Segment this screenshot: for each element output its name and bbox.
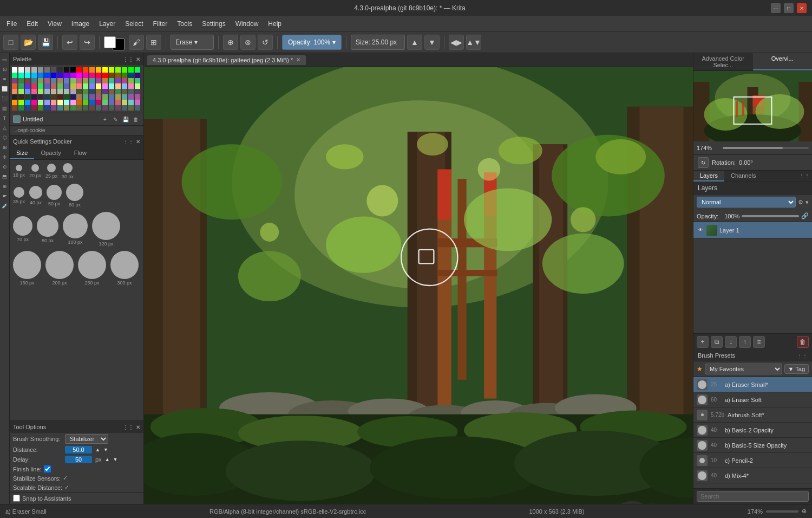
- palette-color-89[interactable]: [70, 89, 76, 94]
- palette-color-96[interactable]: [115, 89, 121, 94]
- palette-color-83[interactable]: [31, 89, 37, 94]
- qs-menu-icon[interactable]: ⋮⋮: [123, 139, 134, 145]
- palette-color-30[interactable]: [76, 73, 82, 78]
- menu-filter[interactable]: Filter: [149, 18, 172, 29]
- palette-color-43[interactable]: [31, 78, 37, 83]
- tab-opacity[interactable]: Opacity: [34, 147, 67, 159]
- palette-color-15[interactable]: [109, 67, 114, 73]
- blend-mode-select[interactable]: Normal Multiply Screen Overlay: [697, 197, 796, 208]
- layers-opacity-slider[interactable]: [742, 215, 799, 217]
- palette-color-24[interactable]: [38, 73, 43, 78]
- favorites-select[interactable]: My Favorites: [705, 364, 782, 374]
- status-zoom-icon[interactable]: ⊕: [802, 508, 807, 515]
- menu-help[interactable]: Help: [264, 18, 286, 29]
- palette-color-78[interactable]: [128, 83, 134, 89]
- palette-color-156[interactable]: [115, 105, 121, 111]
- erase-mode-button[interactable]: ↺: [258, 35, 273, 50]
- palette-color-84[interactable]: [38, 89, 43, 94]
- palette-color-86[interactable]: [51, 89, 56, 94]
- eraser-tool[interactable]: ⬜: [1, 85, 9, 93]
- palette-color-13[interactable]: [96, 67, 101, 73]
- layers-options-icon[interactable]: ⋮⋮: [797, 171, 812, 182]
- rectangle-select-tool[interactable]: ▭: [1, 55, 9, 64]
- palette-color-136[interactable]: [115, 100, 121, 105]
- distance-spinner-down[interactable]: ▼: [103, 447, 108, 452]
- palette-color-128[interactable]: [64, 100, 69, 105]
- menu-window[interactable]: Window: [231, 18, 263, 29]
- brush-size-25[interactable]: 25 px: [45, 164, 57, 179]
- layer-item-0[interactable]: 👁Layer 1: [693, 222, 812, 238]
- palette-color-70[interactable]: [76, 83, 82, 89]
- palette-color-53[interactable]: [96, 78, 101, 83]
- palette-color-140[interactable]: [12, 105, 17, 111]
- palette-color-40[interactable]: [12, 78, 17, 83]
- crop-tool[interactable]: ⊞: [1, 143, 9, 152]
- palette-color-149[interactable]: [70, 105, 76, 111]
- palette-color-76[interactable]: [115, 83, 121, 89]
- palette-color-125[interactable]: [44, 100, 50, 105]
- palette-color-60[interactable]: [12, 83, 17, 89]
- vector-tool[interactable]: ⬡: [1, 133, 9, 142]
- palette-color-45[interactable]: [44, 78, 50, 83]
- delay-spinner-down[interactable]: ▼: [113, 457, 118, 462]
- palette-color-81[interactable]: [18, 89, 24, 94]
- freehand-brush-tool[interactable]: ✒: [1, 75, 9, 83]
- palette-color-111[interactable]: [83, 94, 88, 100]
- brush-size-50[interactable]: 50 px: [47, 185, 62, 206]
- palette-color-50[interactable]: [76, 78, 82, 83]
- palette-color-119[interactable]: [135, 94, 140, 100]
- snap-assistants-checkbox[interactable]: [13, 495, 20, 502]
- palette-color-56[interactable]: [115, 78, 121, 83]
- menu-edit[interactable]: Edit: [22, 18, 42, 29]
- palette-color-18[interactable]: [128, 67, 134, 73]
- brush-mode-button[interactable]: ⊞: [146, 35, 161, 50]
- palette-color-2[interactable]: [25, 67, 30, 73]
- palette-color-64[interactable]: [38, 83, 43, 89]
- palette-color-97[interactable]: [122, 89, 127, 94]
- palette-color-19[interactable]: [135, 67, 140, 73]
- brush-item-1[interactable]: 60a) Eraser Soft: [693, 392, 812, 407]
- palette-color-139[interactable]: [135, 100, 140, 105]
- palette-color-22[interactable]: [25, 73, 30, 78]
- palette-color-134[interactable]: [102, 100, 108, 105]
- palette-color-14[interactable]: [102, 67, 108, 73]
- brush-size-200[interactable]: 200 px: [45, 251, 74, 286]
- perspective-tool[interactable]: ⬒: [1, 172, 9, 181]
- palette-color-106[interactable]: [51, 94, 56, 100]
- palette-color-8[interactable]: [64, 67, 69, 73]
- palette-color-29[interactable]: [70, 73, 76, 78]
- palette-color-44[interactable]: [38, 78, 43, 83]
- palette-color-37[interactable]: [122, 73, 127, 78]
- palette-color-57[interactable]: [122, 78, 127, 83]
- canvas-tab-1[interactable]: 4.3.0-prealpha (git 8c9b10e): galteed.jp…: [147, 55, 306, 65]
- palette-color-90[interactable]: [76, 89, 82, 94]
- palette-color-122[interactable]: [25, 100, 30, 105]
- brush-item-6[interactable]: 40d) Mix-4*: [693, 468, 812, 483]
- layer-properties-btn[interactable]: ≡: [753, 336, 765, 348]
- move-tool[interactable]: ✛: [1, 153, 9, 161]
- palette-color-91[interactable]: [83, 89, 88, 94]
- zoom-tool[interactable]: ⊕: [1, 182, 9, 191]
- palette-color-146[interactable]: [51, 105, 56, 111]
- palette-color-138[interactable]: [128, 100, 134, 105]
- palette-color-47[interactable]: [57, 78, 63, 83]
- palette-color-95[interactable]: [109, 89, 114, 94]
- brush-size-16[interactable]: 16 px: [13, 165, 25, 178]
- palette-color-144[interactable]: [38, 105, 43, 111]
- inherit-alpha-button[interactable]: ⊗: [240, 35, 256, 50]
- palette-color-141[interactable]: [18, 105, 24, 111]
- palette-color-46[interactable]: [51, 78, 56, 83]
- palette-color-73[interactable]: [96, 83, 101, 89]
- brush-size-30[interactable]: 30 px: [62, 163, 74, 179]
- palette-menu-icon[interactable]: ⋮⋮: [123, 56, 134, 62]
- brush-size-35[interactable]: 35 px: [13, 187, 25, 204]
- palette-color-129[interactable]: [70, 100, 76, 105]
- palette-color-152[interactable]: [89, 105, 95, 111]
- opacity-control[interactable]: Opacity: 100% ▾: [282, 35, 342, 50]
- palette-color-0[interactable]: [12, 67, 17, 73]
- maximize-button[interactable]: □: [784, 3, 794, 13]
- palette-color-4[interactable]: [38, 67, 43, 73]
- palette-color-26[interactable]: [51, 73, 56, 78]
- palette-color-17[interactable]: [122, 67, 127, 73]
- palette-color-148[interactable]: [64, 105, 69, 111]
